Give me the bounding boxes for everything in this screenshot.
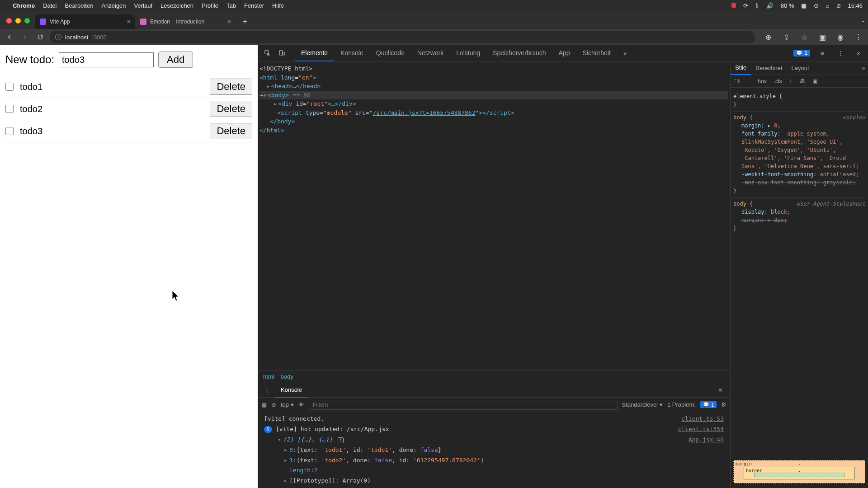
styles-filter-input[interactable] <box>733 78 751 84</box>
share-icon[interactable]: ⇪ <box>780 31 792 43</box>
menu-profile[interactable]: Profile <box>202 2 218 9</box>
todo-row: todo1Delete <box>5 76 252 98</box>
console-sidebar-icon[interactable]: ▤ <box>261 401 267 408</box>
app-name[interactable]: Chrome <box>13 2 35 9</box>
devtools-toolbar: ElementeKonsoleQuellcodeNetzwerkLeistung… <box>258 45 868 61</box>
drawer-menu-icon[interactable]: ⋮ <box>261 385 273 395</box>
menu-bearbeiten[interactable]: Bearbeiten <box>65 2 93 9</box>
reload-button[interactable] <box>34 31 46 43</box>
tab-layout[interactable]: Layout <box>787 61 814 75</box>
computed-toggle-icon[interactable]: ▣ <box>810 77 820 85</box>
tabs-dropdown-icon[interactable]: ⌄ <box>861 17 865 23</box>
drawer-tab-konsole[interactable]: Konsole <box>275 383 307 398</box>
menu-tab[interactable]: Tab <box>226 2 236 9</box>
recording-icon[interactable] <box>731 3 736 8</box>
sync-icon[interactable]: ⟳ <box>743 2 748 9</box>
minimize-window-button[interactable] <box>15 18 21 23</box>
menu-verlauf[interactable]: Verlauf <box>134 2 152 9</box>
new-todo-row: New todo: Add <box>5 52 252 68</box>
issues-badge[interactable]: 💬 1 <box>793 50 810 56</box>
delete-button[interactable]: Delete <box>210 123 252 139</box>
profile-icon[interactable]: ◉ <box>835 31 846 43</box>
devtools-tab[interactable]: Leistung <box>450 45 486 61</box>
browser-tab[interactable]: Emotion – Introduction ✕ <box>136 14 235 29</box>
control-center-icon[interactable]: ⎚ <box>837 2 840 9</box>
devtools-panel: ElementeKonsoleQuellcodeNetzwerkLeistung… <box>258 45 868 488</box>
menu-hilfe[interactable]: Hilfe <box>272 2 284 9</box>
todo-checkbox[interactable] <box>5 105 14 113</box>
zoom-icon[interactable]: ⊕ <box>762 31 774 43</box>
menu-anzeigen[interactable]: Anzeigen <box>101 2 126 9</box>
app-pane: New todo: Add todo1Deletetodo2Deletetodo… <box>0 45 258 488</box>
menu-fenster[interactable]: Fenster <box>244 2 264 9</box>
delete-button[interactable]: Delete <box>210 101 252 117</box>
bluetooth-icon[interactable]: ᛒ <box>755 2 759 9</box>
console-settings-icon[interactable]: ⚙ <box>721 401 726 408</box>
log-level-select[interactable]: Standardlevel ▾ <box>622 401 663 408</box>
more-icon[interactable]: ⋮ <box>835 47 846 59</box>
drawer-close-icon[interactable]: ✕ <box>714 385 726 395</box>
devtools-tab[interactable]: Konsole <box>334 45 370 61</box>
devtools-tabs-more-icon[interactable]: » <box>620 46 631 61</box>
settings-icon[interactable]: ⚙ <box>816 47 828 59</box>
close-window-button[interactable] <box>6 18 12 23</box>
wifi-icon[interactable]: ⊙ <box>814 2 819 9</box>
todo-row: todo3Delete <box>5 120 252 142</box>
css-rules[interactable]: element.style { } body {<style> margin: … <box>731 88 868 455</box>
clear-console-icon[interactable]: ⊘ <box>271 401 276 408</box>
url-input[interactable]: i localhost:3000 <box>50 31 755 43</box>
box-model[interactable]: margin- border- <box>733 460 865 483</box>
execution-context-select[interactable]: top ▾ <box>281 401 294 408</box>
close-devtools-icon[interactable]: ✕ <box>853 47 864 59</box>
devtools-tab[interactable]: Quellcode <box>370 45 411 61</box>
devtools-tab[interactable]: Elemente <box>295 45 334 61</box>
menu-lesezeichen[interactable]: Lesezeichen <box>160 2 193 9</box>
menu-datei[interactable]: Datei <box>43 2 57 9</box>
battery-percent[interactable]: 80 % <box>781 2 794 9</box>
dom-tree[interactable]: <!DOCTYPE html> <html lang="en"> ▸<head>… <box>258 61 730 370</box>
device-toggle-icon[interactable] <box>276 47 288 59</box>
devtools-tab[interactable]: Speicherverbrauch <box>486 45 552 61</box>
search-icon[interactable]: ⌕ <box>826 2 830 9</box>
add-button[interactable]: Add <box>158 52 193 68</box>
new-tab-button[interactable]: + <box>239 15 251 28</box>
inspect-element-icon[interactable] <box>261 47 273 59</box>
tab-berechnet[interactable]: Berechnet <box>751 61 787 75</box>
sidepanel-icon[interactable]: ▣ <box>816 31 828 43</box>
maximize-window-button[interactable] <box>24 18 30 23</box>
print-icon[interactable]: 🖶 <box>797 77 807 85</box>
live-expression-icon[interactable]: 👁 <box>298 401 304 408</box>
forward-button[interactable] <box>19 31 31 43</box>
console-filter-input[interactable] <box>309 400 617 410</box>
devtools-tab[interactable]: Sicherheit <box>576 45 617 61</box>
volume-icon[interactable]: 🔊 <box>766 2 774 9</box>
console-output[interactable]: [vite] connected.client.ts:53 5[vite] ho… <box>258 412 730 488</box>
site-info-icon[interactable]: i <box>55 34 61 40</box>
new-style-rule-icon[interactable]: + <box>787 77 795 85</box>
styles-tabs-more-icon[interactable]: » <box>859 61 868 75</box>
new-todo-label: New todo: <box>5 53 54 66</box>
tab-bar: Vite App ✕ Emotion – Introduction ✕ + ⌄ <box>0 11 868 29</box>
delete-button[interactable]: Delete <box>210 79 252 95</box>
devtools-tab[interactable]: Netzwerk <box>411 45 450 61</box>
crumb-body[interactable]: body <box>281 373 293 380</box>
breadcrumb[interactable]: html body <box>258 370 730 383</box>
chrome-menu-icon[interactable]: ⋮ <box>853 31 864 43</box>
devtools-tab[interactable]: App <box>552 45 576 61</box>
tab-close-icon[interactable]: ✕ <box>127 19 131 25</box>
hov-toggle[interactable]: :hov <box>754 77 769 85</box>
browser-tab-active[interactable]: Vite App ✕ <box>35 14 135 29</box>
stats-icon[interactable]: ▦ <box>801 2 807 9</box>
back-button[interactable] <box>4 31 15 43</box>
tab-close-icon[interactable]: ✕ <box>227 19 231 25</box>
tab-stile[interactable]: Stile <box>731 61 751 75</box>
todo-text: todo2 <box>20 104 210 114</box>
bookmark-icon[interactable]: ☆ <box>798 31 810 43</box>
problems-badge[interactable]: 💬 1 <box>700 401 717 408</box>
todo-checkbox[interactable] <box>5 127 14 135</box>
cls-toggle[interactable]: .cls <box>772 77 784 85</box>
crumb-html[interactable]: html <box>263 373 274 380</box>
new-todo-input[interactable] <box>59 52 154 67</box>
clock[interactable]: 15:46 <box>848 2 863 9</box>
todo-checkbox[interactable] <box>5 83 14 91</box>
